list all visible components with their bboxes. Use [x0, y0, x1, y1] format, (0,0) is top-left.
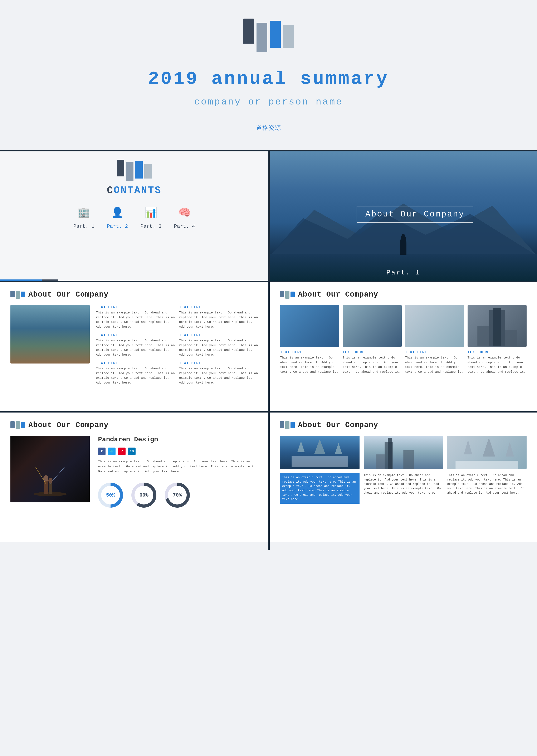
text-body-2-1: This is an example text . Go ahead and r… — [179, 311, 258, 329]
building-svg — [468, 305, 527, 347]
svg-marker-15 — [314, 439, 325, 454]
about-lower-right-cards: This is an example text . Go ahead and r… — [280, 436, 526, 527]
part1-text-box: About Our Company — [356, 206, 474, 223]
bottom-accents — [0, 279, 268, 281]
col-title-2: TEXT HERE — [343, 350, 402, 354]
svg-rect-18 — [388, 438, 392, 469]
part1-heading: About Our Company — [365, 210, 465, 219]
social-icons: f 🐦 P in — [98, 447, 258, 455]
winter-trees-1 — [280, 436, 359, 469]
text-body-1-3: This is an example text . Go ahead and r… — [96, 366, 175, 385]
slide-contents: CONTANTS 🏢 Part. 1 👤 Part. 2 📊 Part. 3 🧠… — [0, 151, 268, 281]
trees-svg-1 — [284, 437, 355, 467]
text-body-2-3: This is an example text . Go ahead and r… — [179, 366, 258, 385]
text-title-2-2: TEXT HERE — [179, 333, 258, 337]
about-4col-3: TEXT HERE This is an example text . Go a… — [405, 305, 464, 374]
about-col-2: TEXT HERE This is an example text . Go a… — [179, 305, 258, 395]
city-image — [364, 436, 443, 469]
svg-point-10 — [48, 478, 53, 483]
circle-60: 60% — [131, 483, 156, 508]
svg-rect-20 — [376, 454, 385, 469]
part-icon-4: 🧠 — [176, 204, 193, 221]
card-image-3 — [447, 436, 526, 469]
part-label-2: Part. 2 — [107, 224, 128, 229]
cover-title: 2019 annual summary — [148, 68, 389, 89]
part-item-2: 👤 Part. 2 — [107, 204, 128, 229]
about-content-left: TEXT HERE This is an example text . Go a… — [11, 305, 258, 395]
slide-about-lower-left: About Our Company Pan — [0, 412, 268, 542]
slide-row-4: About Our Company Pan — [0, 412, 537, 550]
part1-water — [269, 254, 537, 281]
part-label-1: Part. 1 — [73, 224, 95, 229]
cover-attribution[interactable]: 道格资源 — [256, 124, 281, 132]
section-title-lower-left: About Our Company — [28, 421, 108, 429]
svg-rect-21 — [456, 461, 518, 469]
s-bar-lr-2 — [285, 421, 289, 429]
col-body-1: This is an example text . Go ahead and r… — [280, 356, 339, 374]
pinterest-icon[interactable]: P — [118, 447, 126, 455]
svg-rect-13 — [292, 456, 348, 467]
text-block-2-3: TEXT HERE This is an example text . Go a… — [179, 361, 258, 385]
text-body-2-2: This is an example text . Go ahead and r… — [179, 338, 258, 357]
logo-bar-4 — [283, 25, 294, 48]
parts-row: 🏢 Part. 1 👤 Part. 2 📊 Part. 3 🧠 Part. 4 — [73, 204, 195, 229]
s-bar-left-2 — [16, 291, 20, 299]
section-header-left: About Our Company — [11, 290, 258, 299]
slide-cover: 2019 annual summary company or person na… — [0, 0, 537, 150]
svg-marker-24 — [506, 442, 514, 456]
part-item-3: 📊 Part. 3 — [141, 204, 162, 229]
section-title-right: About Our Company — [298, 290, 378, 299]
text-title-1-3: TEXT HERE — [96, 361, 175, 365]
concert-svg — [29, 467, 71, 498]
dock-image — [11, 305, 90, 363]
pandaren-title: Pandaren Design — [98, 436, 258, 443]
section-header-right: About Our Company — [280, 290, 526, 299]
s-bar-ll-2 — [16, 421, 20, 429]
about-4col-2: TEXT HERE This is an example text . Go a… — [343, 305, 402, 374]
contents-rest: ONTANTS — [114, 185, 162, 196]
col-image-2 — [343, 305, 402, 347]
col-image-4 — [468, 305, 527, 347]
card-dark-text-3: This is an example text . Go ahead and r… — [447, 473, 526, 495]
s-bar-ll-1 — [11, 421, 15, 428]
svg-rect-19 — [403, 450, 414, 469]
s-bar-lr-1 — [280, 421, 284, 428]
text-title-2-1: TEXT HERE — [179, 305, 258, 309]
facebook-icon[interactable]: f — [98, 447, 105, 455]
card-image-1 — [280, 436, 359, 469]
contents-c: C — [107, 185, 114, 196]
part-item-1: 🏢 Part. 1 — [73, 204, 95, 229]
part-icon-1: 🏢 — [75, 204, 92, 221]
section-bars-lower-left — [11, 421, 25, 429]
col-title-3: TEXT HERE — [405, 350, 464, 354]
card-col-1: This is an example text . Go ahead and r… — [280, 436, 359, 527]
svg-rect-3 — [493, 308, 501, 346]
card-highlight-text-1: This is an example text . Go ahead and r… — [280, 473, 359, 504]
circle-70-inner: 70% — [168, 486, 186, 504]
logo-bar-1 — [243, 19, 254, 44]
svg-line-11 — [35, 467, 46, 483]
slide-about-left: About Our Company TEXT HERE This is an e… — [0, 282, 268, 411]
circle-70: 70% — [165, 483, 190, 508]
contents-bar-2 — [126, 162, 134, 181]
twitter-icon[interactable]: 🐦 — [108, 447, 115, 455]
svg-rect-4 — [477, 326, 489, 346]
slide-row-3: About Our Company TEXT HERE This is an e… — [0, 282, 537, 411]
svg-marker-23 — [483, 438, 495, 456]
linkedin-icon[interactable]: in — [128, 447, 136, 455]
about-image-dock — [11, 305, 90, 363]
slide-about-right: About Our Company TEXT HERE This is an e… — [269, 282, 537, 411]
col-body-2: This is an example text . Go ahead and r… — [343, 356, 402, 374]
contents-bar-3 — [135, 161, 143, 179]
svg-marker-16 — [335, 443, 342, 454]
text-title-2-3: TEXT HERE — [179, 361, 258, 365]
col-image-3 — [405, 305, 464, 347]
s-bar-ll-3 — [21, 422, 25, 428]
accent-dark — [42, 279, 59, 281]
svg-marker-22 — [464, 440, 472, 454]
text-block-2-2: TEXT HERE This is an example text . Go a… — [179, 333, 258, 357]
contents-bar-1 — [117, 160, 124, 177]
about-lower-body: This is an example text . Go ahead and r… — [98, 459, 258, 474]
part-icon-3: 📊 — [143, 204, 159, 221]
text-title-1-2: TEXT HERE — [96, 333, 175, 337]
